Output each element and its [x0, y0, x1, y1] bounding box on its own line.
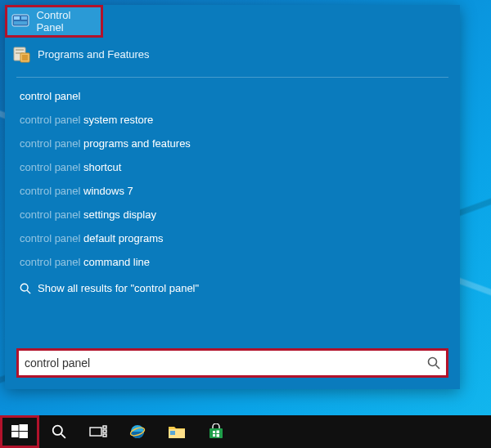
svg-rect-1: [14, 16, 20, 20]
suggestion-item[interactable]: control panel settings display: [5, 203, 460, 226]
top-results-section: Control Panel Programs and Features: [5, 5, 460, 70]
result-programs-and-features[interactable]: Programs and Features: [5, 38, 460, 70]
taskbar-explorer-button[interactable]: [157, 415, 196, 448]
svg-rect-3: [14, 21, 27, 25]
svg-rect-22: [103, 434, 106, 437]
task-view-icon: [89, 424, 107, 439]
suggestion-item[interactable]: control panel: [5, 84, 460, 108]
svg-rect-20: [103, 426, 106, 428]
windows-logo-icon: [11, 423, 28, 440]
search-icon: [20, 283, 31, 294]
svg-line-12: [436, 365, 440, 370]
task-view-button[interactable]: [79, 415, 118, 448]
search-suggestions: control panel control panel system resto…: [5, 83, 460, 274]
suggestion-item[interactable]: control panel programs and features: [5, 132, 460, 155]
search-box[interactable]: [16, 348, 448, 378]
svg-rect-2: [21, 16, 27, 20]
result-control-panel[interactable]: Control Panel: [5, 5, 103, 38]
start-button[interactable]: [0, 415, 39, 448]
control-panel-icon: [11, 11, 29, 31]
svg-rect-13: [11, 425, 19, 431]
search-icon: [427, 356, 440, 370]
suggestion-item[interactable]: control panel command line: [5, 250, 460, 274]
svg-rect-19: [90, 428, 101, 436]
svg-line-10: [27, 290, 30, 293]
svg-rect-28: [213, 431, 215, 433]
svg-line-18: [61, 434, 65, 438]
result-label: Programs and Features: [38, 48, 150, 60]
svg-rect-29: [217, 431, 220, 434]
svg-rect-16: [20, 432, 29, 438]
svg-rect-14: [20, 424, 29, 431]
programs-features-icon: [11, 44, 31, 64]
internet-explorer-icon: [128, 423, 146, 441]
taskbar-ie-button[interactable]: [118, 415, 157, 448]
suggestion-item[interactable]: control panel shortcut: [5, 155, 460, 179]
svg-rect-5: [16, 49, 24, 51]
store-icon: [208, 423, 224, 440]
svg-rect-21: [103, 430, 106, 432]
svg-rect-26: [170, 431, 175, 435]
search-results-panel: Control Panel Programs and Features cont…: [5, 5, 460, 389]
suggestion-item[interactable]: control panel windows 7: [5, 179, 460, 203]
suggestion-item[interactable]: control panel default programs: [5, 226, 460, 250]
desktop-background: Control Panel Programs and Features cont…: [0, 0, 491, 448]
svg-rect-30: [213, 434, 215, 437]
taskbar-store-button[interactable]: [196, 415, 236, 448]
svg-point-11: [429, 358, 437, 366]
taskbar-search-button[interactable]: [39, 415, 79, 448]
search-input[interactable]: [16, 356, 419, 370]
svg-point-9: [20, 284, 28, 291]
taskbar: [0, 415, 491, 448]
svg-rect-15: [11, 432, 19, 437]
result-label: Control Panel: [36, 9, 97, 34]
svg-point-17: [53, 426, 62, 435]
suggestion-item[interactable]: control panel system restore: [5, 108, 460, 132]
svg-rect-8: [22, 55, 28, 60]
show-all-label: Show all results for "control panel": [38, 282, 199, 294]
file-explorer-icon: [168, 423, 186, 440]
svg-rect-27: [209, 428, 223, 438]
search-icon: [52, 424, 66, 439]
show-all-results[interactable]: Show all results for "control panel": [5, 274, 460, 302]
svg-rect-31: [217, 434, 220, 437]
search-submit-button[interactable]: [419, 348, 448, 378]
section-divider: [16, 77, 448, 78]
